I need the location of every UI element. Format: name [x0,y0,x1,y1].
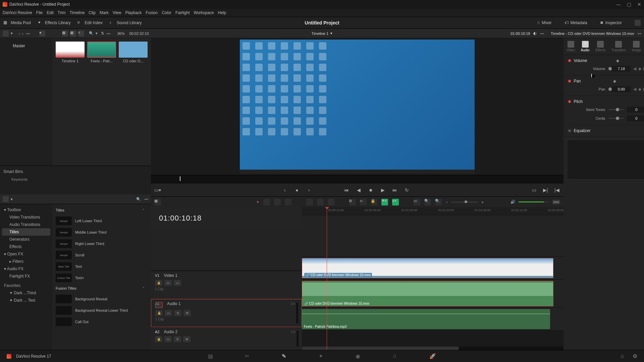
mute-icon[interactable]: 🔊 [511,200,515,204]
prev-marker-icon[interactable]: ‹ [281,187,288,193]
replace-button[interactable] [328,199,334,205]
tree-audio-transitions[interactable]: Audio Transitions [2,221,50,228]
overwrite-button[interactable] [317,199,324,205]
keyframe-icon[interactable]: ◆ [613,79,616,83]
fusion-title-item[interactable]: Background Reveal [54,293,147,305]
smart-bins-header[interactable]: Smart Bins [3,169,148,174]
inspector-tab-video[interactable]: Video [567,41,575,52]
menu-edit[interactable]: Edit [47,10,54,15]
sort-icon[interactable]: ⇅ [101,31,104,36]
menu-davinciresolve[interactable]: DaVinci Resolve [3,10,32,15]
cents-slider[interactable] [608,118,624,119]
video-clip[interactable]: 🔗 CD oder DVD brennen Windows 10.mov [302,258,553,278]
blade-tool[interactable] [285,199,291,205]
menu-view[interactable]: View [113,10,121,15]
track-v1-id[interactable]: V1 [155,274,159,278]
menu-timeline[interactable]: Timeline [69,10,85,15]
effects-library-toggle[interactable]: ✦Effects Library [38,20,70,25]
fusion-titles-header[interactable]: Fusion Titles [56,286,76,291]
edit-page-button[interactable]: ✎ [282,353,288,360]
volume-value[interactable]: 7.18 [612,66,631,72]
zoom-in-icon[interactable]: + [481,200,483,204]
menu-file[interactable]: File [36,10,43,15]
menu-fairlight[interactable]: Fairlight [175,10,190,15]
minimize-button[interactable]: — [616,2,621,7]
in-out-icon[interactable]: ▭▾ [154,187,161,193]
trim-tool[interactable] [263,199,270,205]
tree-generators[interactable]: Generators [2,236,50,243]
link-button[interactable]: ∞ [360,199,367,205]
track-lock-icon[interactable]: 🔒 [155,336,162,342]
tree-fairlightfx[interactable]: Fairlight FX [2,273,50,280]
fusion-page-button[interactable]: ✦ [319,353,325,360]
fusion-title-item[interactable]: Call Out [54,316,147,327]
home-button[interactable]: ⌂ [621,353,624,359]
mixer-toggle[interactable]: ⎍Mixer [537,20,551,26]
grid-view-icon[interactable]: ▦ [70,31,76,37]
track-a1-dest[interactable]: A1 [155,302,163,308]
add-kf-icon[interactable]: ◆ [638,66,641,71]
nav-fwd-icon[interactable]: › [22,32,23,36]
timeline-zoom-slider[interactable] [451,202,478,202]
timeline-name[interactable]: Timeline 1 [312,32,328,36]
insert-button[interactable] [306,199,313,205]
tree-effects[interactable]: Effects [2,243,50,250]
enable-dot-icon[interactable] [568,80,571,82]
metadata-toggle[interactable]: 🏷Metadata [565,20,587,26]
dynamic-trim-tool[interactable] [274,199,281,205]
fairlight-page-button[interactable]: ♫ [392,353,399,360]
clip-thumb-cdoder[interactable]: CD oder D... [119,42,148,63]
next-edit-button[interactable]: ▶| [542,187,549,193]
go-start-button[interactable]: ⏮ [343,187,350,193]
track-lock-icon[interactable]: 🔒 [155,310,163,316]
audio-clip-2[interactable]: Feels - Patrick Patrikios.mp3 [302,309,550,329]
zoom-fit-button[interactable]: 🔍 [424,199,431,205]
collapse-icon[interactable]: ⌃ [142,286,145,291]
viewer-timecode[interactable]: 01:00:10:18 [511,32,530,36]
track-mute[interactable]: M [183,310,191,316]
volume-header[interactable]: Volume [574,58,587,63]
semitones-value[interactable]: 0 [627,107,644,113]
inspector-tab-image[interactable]: Image [632,41,641,52]
bin-view-button[interactable] [3,31,9,37]
viewer-options-menu[interactable]: ••• [540,32,544,36]
enable-dot-icon[interactable] [568,100,571,103]
selection-tool[interactable]: ➤ [256,200,259,204]
snap-button[interactable]: ⧉ [349,199,356,205]
inspector-options-menu[interactable]: ••• [637,32,641,36]
zoom-detail-button[interactable]: 🔍 [435,199,442,205]
menu-trim[interactable]: Trim [58,10,66,15]
sound-library-toggle[interactable]: ♪Sound Library [109,20,142,25]
tree-filters[interactable]: ▸ Filters [2,258,50,265]
timeline-timecode[interactable]: 01:00:10:18 [151,207,302,229]
marker-icon[interactable]: ● [293,187,300,193]
next-marker-icon[interactable]: › [306,187,312,193]
track-disable[interactable]: ▭ [174,280,181,286]
enable-dot-icon[interactable] [568,129,571,132]
clip-thumb-timeline1[interactable]: Timeline 1 [56,42,85,63]
menu-mark[interactable]: Mark [100,10,109,15]
semitones-slider[interactable] [608,109,624,110]
track-a2-id[interactable]: A2 [155,330,159,334]
title-item[interactable]: SampleRight Lower Third [54,238,147,249]
effects-search-icon[interactable]: 🔍 [136,197,141,201]
fav-1[interactable]: ✦ Dark ...Third [2,289,50,297]
inspector-toggle[interactable]: ✖Inspector [600,20,622,26]
viewer-zoom[interactable]: 36% [117,32,124,36]
timeline-viewer[interactable] [151,38,564,175]
tree-video-transitions[interactable]: Video Transitions [2,214,50,221]
deliver-page-button[interactable]: 🚀 [429,353,436,360]
prev-kf-icon[interactable]: ◀ [633,87,636,92]
pan-value[interactable]: 0.00 [612,86,631,92]
menu-clip[interactable]: Clip [89,10,96,15]
list-view-icon[interactable]: ≡ [78,31,84,37]
track-arm[interactable]: ▭ [164,336,172,342]
pitch-header[interactable]: Pitch [574,99,583,104]
flag-button[interactable]: ⚑▾ [381,199,388,205]
add-kf-icon[interactable]: ◆ [638,87,641,92]
track-mute[interactable]: M [183,336,191,342]
close-button[interactable]: ✕ [637,2,641,7]
media-page-button[interactable]: ▤ [208,353,215,360]
tree-openfx[interactable]: ▾ Open FX [2,250,50,258]
tree-audiofx[interactable]: ▾ Audio FX [2,265,50,273]
